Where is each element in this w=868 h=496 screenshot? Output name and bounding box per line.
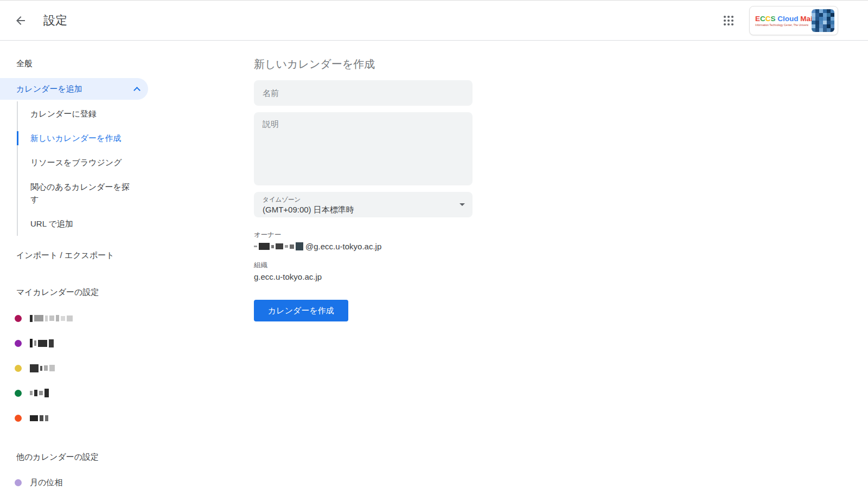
owner-email-suffix: @g.ecc.u-tokyo.ac.jp [305,242,381,251]
add-calendar-sublist: カレンダーに登録新しいカレンダーを作成リソースをブラウジング関心のあるカレンダー… [17,101,132,236]
calendar-color-dot [15,390,22,397]
calendar-color-dot [15,479,22,486]
page-title: 設定 [43,12,67,29]
my-calendars-heading: マイカレンダーの設定 [0,281,239,303]
logo-wordmark: ECCS Cloud Mail [755,15,808,23]
other-calendars-heading: 他のカレンダーの設定 [0,446,239,468]
calendar-description-input[interactable] [254,112,473,185]
logo-letter: Cloud [777,15,798,23]
calendar-row[interactable] [0,306,239,331]
calendar-row[interactable] [0,331,239,356]
redacted-calendar-name [30,364,56,372]
calendar-row[interactable] [0,405,239,430]
calendar-name: 月の位相 [30,478,62,488]
calendar-row[interactable]: 月の位相 [0,470,239,495]
timezone-value: (GMT+09:00) 日本標準時 [263,205,464,215]
sidebar-subitem-1[interactable]: 新しいカレンダーを作成 [18,126,132,150]
redacted-calendar-name [30,315,74,322]
calendar-color-dot [15,415,22,422]
my-calendars-list [0,306,239,430]
settings-sidebar: 全般 カレンダーを追加 カレンダーに登録新しいカレンダーを作成リソースをブラウジ… [0,41,239,496]
organization-value: g.ecc.u-tokyo.ac.jp [254,272,868,281]
create-calendar-button[interactable]: カレンダーを作成 [254,300,348,321]
redacted-calendar-name [30,389,50,397]
logo-letter: C [765,15,771,23]
top-app-bar: 設定 ECCS Cloud Mail Information Technolog… [0,1,868,41]
create-calendar-panel: 新しいカレンダーを作成 タイムゾーン (GMT+09:00) 日本標準時 オーナ… [239,41,868,496]
dropdown-caret-icon [459,203,465,206]
owner-redacted-segment [254,242,305,250]
sidebar-subitem-2[interactable]: リソースをブラウジング [18,150,132,175]
back-arrow-icon [14,14,27,27]
calendar-row[interactable] [0,356,239,381]
panel-heading: 新しいカレンダーを作成 [254,57,868,72]
sidebar-subitem-4[interactable]: URL で追加 [18,211,132,236]
redacted-calendar-name [30,339,55,347]
sidebar-item-import-export[interactable]: インポート / エクスポート [0,243,239,267]
calendar-color-dot [15,365,22,372]
owner-label: オーナー [254,230,868,240]
organization-label: 組織 [254,261,868,270]
sidebar-item-general[interactable]: 全般 [0,51,239,75]
sidebar-subitem-3[interactable]: 関心のあるカレンダーを探す [18,175,132,211]
logo-letter: S [771,15,776,23]
sidebar-item-add-calendar[interactable]: カレンダーを追加 [0,78,148,100]
avatar[interactable] [812,9,834,32]
logo-letter: C [760,15,765,23]
chevron-up-icon [133,87,141,94]
calendar-color-dot [15,315,22,322]
account-badge[interactable]: ECCS Cloud Mail Information Technology C… [749,6,838,35]
timezone-label: タイムゾーン [263,196,464,204]
apps-grid-icon [722,14,735,27]
apps-grid-button[interactable] [718,10,739,31]
other-calendars-list: 月の位相 [0,470,239,495]
logo-subtext: Information Technology Center, The Unive… [755,23,808,27]
calendar-name-input[interactable] [254,80,473,106]
timezone-select[interactable]: タイムゾーン (GMT+09:00) 日本標準時 [254,192,473,217]
calendar-row[interactable] [0,381,239,405]
sidebar-subitem-0[interactable]: カレンダーに登録 [18,101,132,126]
back-button[interactable] [10,10,31,31]
calendar-color-dot [15,340,22,347]
add-calendar-label: カレンダーを追加 [16,84,82,94]
owner-value: @g.ecc.u-tokyo.ac.jp [254,242,868,251]
logo-letter: E [755,15,760,23]
redacted-calendar-name [30,415,50,421]
eccs-cloud-mail-logo: ECCS Cloud Mail Information Technology C… [755,15,808,27]
